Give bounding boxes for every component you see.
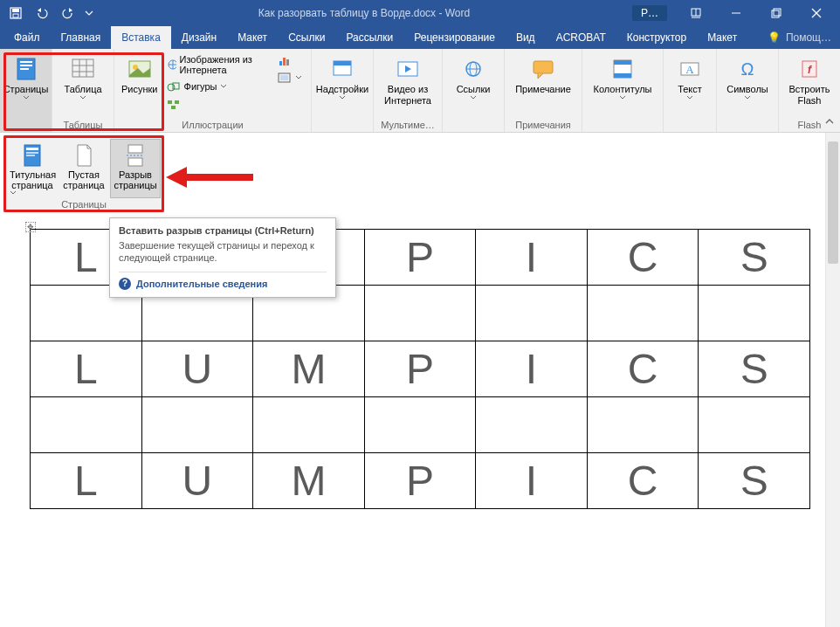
- table-row[interactable]: LUMPICS: [31, 453, 810, 509]
- tab-layout2[interactable]: Макет: [697, 26, 747, 49]
- table-cell[interactable]: [31, 397, 142, 453]
- save-button[interactable]: [3, 2, 28, 24]
- qat-customize-button[interactable]: [82, 2, 96, 24]
- collapse-ribbon-button[interactable]: [824, 116, 835, 127]
- minimize-button[interactable]: [716, 0, 756, 26]
- table-move-handle[interactable]: ✥: [25, 222, 36, 232]
- addins-button[interactable]: Надстройки: [317, 52, 368, 102]
- tab-review[interactable]: Рецензирование: [403, 26, 506, 49]
- textbox-icon: A: [678, 54, 702, 84]
- links-button[interactable]: Ссылки: [448, 52, 499, 102]
- table-cell[interactable]: U: [141, 453, 253, 509]
- link-icon: [461, 54, 485, 84]
- ribbon-tabs: Файл Главная Вставка Дизайн Макет Ссылки…: [0, 26, 840, 49]
- comment-button[interactable]: Примечание: [510, 52, 576, 97]
- table-cell[interactable]: P: [364, 230, 476, 286]
- media-group-label: Мультиме…: [381, 118, 435, 130]
- table-cell[interactable]: C: [587, 230, 699, 286]
- ribbon-options-button[interactable]: [676, 0, 716, 26]
- table-cell[interactable]: I: [476, 230, 588, 286]
- tab-mailings[interactable]: Рассылки: [335, 26, 403, 49]
- tell-me-box[interactable]: 💡Помощ…: [768, 26, 840, 49]
- ribbon-group-comments: Примечание Примечания: [505, 49, 582, 132]
- table-cell[interactable]: [364, 397, 476, 453]
- tab-home[interactable]: Главная: [51, 26, 112, 49]
- table-cell[interactable]: M: [253, 341, 365, 397]
- svg-rect-10: [20, 61, 32, 63]
- tab-references[interactable]: Ссылки: [278, 26, 335, 49]
- pictures-label: Рисунки: [121, 84, 158, 95]
- tab-view[interactable]: Вид: [506, 26, 546, 49]
- table-cell[interactable]: S: [699, 341, 810, 397]
- table-cell[interactable]: M: [253, 453, 365, 509]
- table-cell[interactable]: [476, 397, 588, 453]
- pictures-button[interactable]: Рисунки: [120, 52, 160, 112]
- online-pictures-button[interactable]: Изображения из Интернета: [163, 52, 267, 77]
- vertical-scrollbar[interactable]: [825, 133, 840, 627]
- table-cell[interactable]: [253, 397, 365, 453]
- table-cell[interactable]: P: [364, 341, 476, 397]
- tab-layout[interactable]: Макет: [227, 26, 278, 49]
- svg-rect-51: [128, 158, 142, 166]
- table-cell[interactable]: L: [31, 341, 142, 397]
- table-cell[interactable]: [364, 286, 476, 341]
- tab-constructor[interactable]: Конструктор: [616, 26, 697, 49]
- table-cell[interactable]: [141, 397, 253, 453]
- embed-flash-button[interactable]: f Встроить Flash: [784, 52, 835, 107]
- cover-page-button[interactable]: Титульная страница: [8, 140, 57, 197]
- smartart-button[interactable]: [163, 96, 267, 112]
- blank-page-button[interactable]: Пустая страница: [59, 140, 108, 197]
- shapes-button[interactable]: Фигуры: [163, 79, 267, 94]
- svg-text:A: A: [685, 63, 694, 76]
- tab-acrobat[interactable]: ACROBAT: [546, 26, 616, 49]
- svg-point-21: [168, 84, 175, 91]
- close-button[interactable]: [796, 0, 837, 26]
- chart-button[interactable]: [274, 52, 306, 68]
- svg-rect-47: [26, 148, 38, 150]
- restore-button[interactable]: [756, 0, 796, 26]
- ribbon-group-headers: Колонтитулы: [582, 49, 664, 132]
- screentip-help-link[interactable]: ?Дополнительные сведения: [119, 272, 327, 290]
- table-cell[interactable]: S: [699, 230, 810, 286]
- undo-button[interactable]: [30, 2, 54, 24]
- table-cell[interactable]: C: [587, 453, 699, 509]
- table-cell[interactable]: I: [476, 341, 588, 397]
- ribbon: Страницы Таблица Таблицы Рисунки Изображ…: [0, 49, 840, 133]
- table-cell[interactable]: [587, 286, 699, 341]
- table-cell[interactable]: S: [699, 453, 810, 509]
- ribbon-group-media: Видео из Интернета Мультиме…: [374, 49, 443, 132]
- table-cell[interactable]: [699, 286, 810, 341]
- chevron-down-icon: [744, 95, 751, 100]
- table-button[interactable]: Таблица: [58, 52, 108, 102]
- comment-label: Примечание: [515, 84, 571, 95]
- svg-rect-48: [26, 152, 38, 154]
- user-badge[interactable]: Р…: [632, 5, 667, 21]
- titlebar: Как разорвать таблицу в Ворде.docx - Wor…: [0, 0, 840, 26]
- window-controls: [676, 0, 837, 26]
- online-video-button[interactable]: Видео из Интернета: [379, 52, 437, 107]
- table-cell[interactable]: P: [364, 453, 476, 509]
- table-row[interactable]: LUMPICS: [31, 341, 810, 397]
- redo-button[interactable]: [56, 2, 80, 24]
- text-button[interactable]: A Текст: [669, 52, 711, 102]
- tab-insert[interactable]: Вставка: [111, 26, 171, 49]
- page-break-button[interactable]: Разрыв страницы: [111, 140, 160, 197]
- svg-rect-37: [534, 61, 553, 73]
- chart-icon: [278, 54, 292, 66]
- table-cell[interactable]: [699, 397, 810, 453]
- table-cell[interactable]: U: [141, 341, 253, 397]
- headers-button[interactable]: Колонтитулы: [588, 52, 658, 102]
- table-cell[interactable]: L: [31, 453, 142, 509]
- pages-dropdown-button[interactable]: Страницы: [1, 52, 52, 102]
- tab-design[interactable]: Дизайн: [171, 26, 227, 49]
- table-row[interactable]: [31, 397, 810, 453]
- table-cell[interactable]: [476, 286, 588, 341]
- table-cell[interactable]: I: [476, 453, 588, 509]
- scrollbar-thumb[interactable]: [828, 141, 838, 264]
- table-cell[interactable]: [587, 397, 699, 453]
- symbols-button[interactable]: Ω Символы: [722, 52, 773, 102]
- table-cell[interactable]: C: [587, 341, 699, 397]
- links-label: Ссылки: [457, 84, 491, 95]
- screenshot-button[interactable]: [274, 70, 306, 86]
- tab-file[interactable]: Файл: [3, 26, 51, 49]
